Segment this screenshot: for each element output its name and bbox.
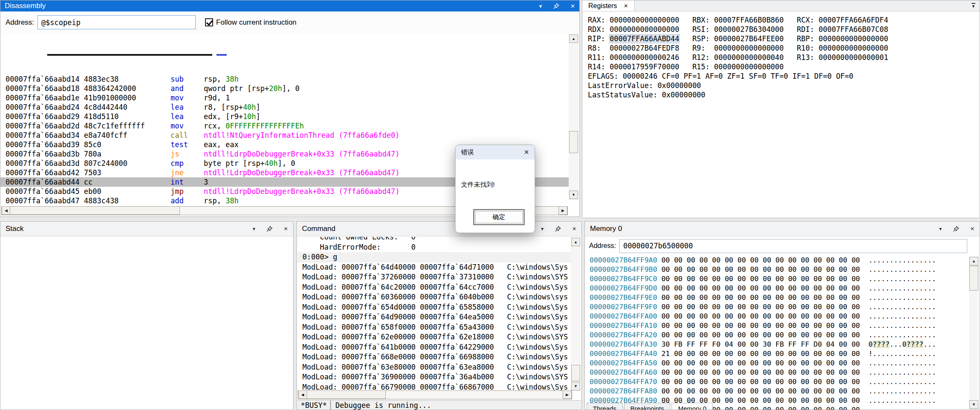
memory-ascii: ................ (869, 378, 936, 386)
scrollbar-thumb[interactable] (969, 266, 978, 290)
scroll-left-icon[interactable]: ◀ (298, 390, 307, 399)
instruction-mnemonic: sub (171, 74, 184, 84)
command-line: ModLoad: 00007ffa`66790000 00007ffa`6686… (297, 382, 572, 392)
stack-title: Stack (6, 225, 242, 233)
memory-vertical-scrollbar[interactable]: ▲ ▼ (969, 256, 979, 410)
command-panel: Command ▾ ✕ Count Owned Locks: 0 HardErr… (296, 221, 582, 410)
operand-segment: ntdll!NtQueryInformationThread (7ffa66a6… (204, 131, 400, 140)
memory-row[interactable]: 00000027B64FFA10 00 00 00 00 00 00 00 00… (585, 321, 969, 330)
ascii-segment: ................ (869, 293, 936, 302)
scroll-up-icon[interactable]: ▲ (571, 238, 580, 246)
memory-address-input[interactable] (619, 239, 967, 253)
error-dialog-titlebar[interactable]: 错误 ✕ (456, 145, 535, 159)
ascii-segment: ................ (869, 265, 936, 273)
memory-dump: 00000027B64FF9A0 00 00 00 00 00 00 00 00… (585, 256, 969, 410)
dropdown-icon[interactable]: ▾ (539, 3, 542, 9)
memory-address: 00000027B64FFA20 (590, 331, 657, 339)
memory-row[interactable]: 00000027B64FF9E0 00 00 00 00 00 00 00 00… (585, 293, 969, 302)
close-icon[interactable]: ✕ (284, 226, 288, 231)
tab-memory-0[interactable]: Memory 0 (672, 403, 713, 410)
memory-ascii: ................ (869, 275, 936, 283)
dropdown-icon[interactable]: ▾ (939, 226, 942, 231)
disassembly-row[interactable]: 00007ffa`66aabd34 e8a740fcffcallntdll!Nt… (0, 131, 569, 140)
scroll-up-icon[interactable]: ▲ (569, 34, 578, 43)
tab-registers[interactable]: Registers ✕ (582, 0, 635, 11)
memory-row[interactable]: 00000027B64FF9A0 00 00 00 00 00 00 00 00… (585, 256, 969, 265)
ascii-segment: ................ (869, 396, 936, 404)
memory-hex: 00 00 00 00 00 00 00 00 00 00 00 00 00 0… (657, 359, 869, 367)
pin-icon[interactable] (953, 226, 959, 232)
clipped-row-remnant (0, 50, 569, 57)
command-vertical-scrollbar[interactable]: ▲ ▼ (571, 237, 581, 391)
disassembly-row[interactable]: 00007ffa`66aabd24 4c8d442440lear8, [rsp+… (0, 102, 569, 112)
disassembly-row[interactable]: 00007ffa`66aabd18 488364242000andqword p… (0, 84, 569, 93)
instruction-mnemonic: mov (171, 93, 184, 102)
close-icon[interactable]: ✕ (572, 226, 576, 231)
scrollbar-thumb[interactable] (10, 206, 180, 215)
ascii-segment: ???? (873, 340, 890, 348)
instruction-operands: ntdll!NtQueryInformationThread (7ffa66a6… (204, 131, 400, 140)
operand-segment: ntdll!LdrpDoDebuggerBreak+0x33 (7ffa66aa… (204, 150, 400, 158)
dropdown-icon[interactable]: ▾ (253, 226, 255, 231)
operand-segment: rcx, (204, 122, 225, 130)
scroll-down-icon[interactable]: ▼ (969, 400, 978, 409)
instruction-address-bytes: 00007ffa`66aabd3d 807c244000 (6, 159, 128, 168)
close-icon[interactable]: ✕ (970, 226, 974, 231)
ascii-segment: ... (923, 340, 936, 348)
close-icon[interactable]: ✕ (624, 3, 628, 9)
disassembly-row[interactable]: 00007ffa`66aabd2d 48c7c1feffffffmovrcx, … (0, 121, 569, 131)
memory-row[interactable]: 00000027B64FF9C0 00 00 00 00 00 00 00 00… (585, 274, 969, 284)
scroll-down-icon[interactable]: ▼ (571, 382, 580, 390)
stack-panel: Stack ▾ ✕ (0, 221, 293, 410)
memory-row[interactable]: 00000027B64FFA60 00 00 00 00 00 00 00 00… (585, 368, 969, 377)
command-horizontal-scrollbar[interactable]: ◀ ▶ (298, 390, 572, 399)
scrollbar-thumb[interactable] (307, 390, 386, 399)
scroll-left-icon[interactable]: ◀ (2, 206, 11, 215)
memory-row[interactable]: 00000027B64FFA80 00 00 00 00 00 00 00 00… (585, 387, 969, 396)
close-icon[interactable]: ✕ (524, 148, 529, 156)
memory-row[interactable]: 00000027B64FFA00 00 00 00 00 00 00 00 00… (585, 312, 969, 321)
scrollbar-thumb[interactable] (569, 131, 578, 153)
scroll-down-icon[interactable]: ▼ (569, 191, 578, 199)
memory-row[interactable]: 00000027B64FF9F0 00 00 00 00 00 00 00 00… (585, 302, 969, 312)
ascii-segment: 0 (902, 340, 906, 348)
operand-segment: 38h (225, 196, 239, 205)
operand-segment: eax, eax (204, 140, 239, 149)
disassembly-row[interactable]: 00007ffa`66aabd1e 41b901000000movr9d, 1 (0, 93, 569, 102)
memory-row[interactable]: 00000027B64FFA20 00 00 00 00 00 00 00 00… (585, 330, 969, 340)
memory-row[interactable]: 00000027B64FFA30 30 FB FF FF F0 04 00 00… (585, 340, 969, 349)
register-line: RIP: 00007FFA66AABD44 RSP: 00000027B64FE… (588, 34, 980, 43)
memory-ascii: 0????...0????... (869, 340, 936, 348)
ascii-segment: ................ (869, 359, 936, 367)
close-icon[interactable]: ✕ (570, 3, 575, 9)
memory-row[interactable]: 00000027B64FFA40 21 00 00 00 00 00 00 00… (585, 349, 969, 359)
tab-threads[interactable]: Threads (587, 403, 623, 410)
command-line: ModLoad: 00007ffa`64c20000 00007ffa`64cc… (297, 282, 572, 293)
memory-address-label: Address: (589, 242, 616, 250)
scrollbar-thumb[interactable] (571, 365, 580, 381)
memory-ascii: ................ (869, 303, 936, 311)
disassembly-row[interactable]: 00007ffa`66aabd14 4883ec38subrsp, 38h (0, 74, 569, 84)
memory-row[interactable]: 00000027B64FF9D0 00 00 00 00 00 00 00 00… (585, 284, 969, 293)
disassembly-vertical-scrollbar[interactable]: ▲ ▼ (569, 34, 578, 200)
pin-icon[interactable] (553, 3, 559, 9)
register-segment: R14: 0000017959F70000 R15: 0000000000000… (588, 63, 784, 71)
instruction-operands: edx, [r9+10h] (204, 112, 260, 121)
follow-current-instruction-checkbox[interactable] (205, 18, 213, 26)
scroll-right-icon[interactable]: ▶ (558, 206, 567, 215)
disassembly-row[interactable]: 00007ffa`66aabd29 418d5110leaedx, [r9+10… (0, 112, 569, 121)
window-position-icon[interactable]: ▼ (971, 3, 975, 9)
scroll-right-icon[interactable]: ▶ (563, 390, 572, 399)
address-input[interactable] (37, 15, 196, 29)
tab-breakpoints[interactable]: Breakpoints (624, 403, 670, 410)
pin-icon[interactable] (266, 226, 273, 232)
memory-row[interactable]: 00000027B64FFA70 00 00 00 00 00 00 00 00… (585, 377, 969, 387)
scroll-up-icon[interactable]: ▲ (969, 257, 978, 265)
pin-icon[interactable] (555, 226, 561, 232)
ok-button[interactable]: 确定 (473, 209, 524, 225)
dropdown-icon[interactable]: ▾ (541, 226, 544, 231)
memory-row[interactable]: 00000027B64FFA50 00 00 00 00 00 00 00 00… (585, 359, 969, 368)
ascii-segment: ................ (869, 378, 936, 386)
memory-row[interactable]: 00000027B64FF9B0 00 00 00 00 00 00 00 00… (585, 265, 969, 274)
operand-segment: ], 0 (278, 159, 295, 168)
